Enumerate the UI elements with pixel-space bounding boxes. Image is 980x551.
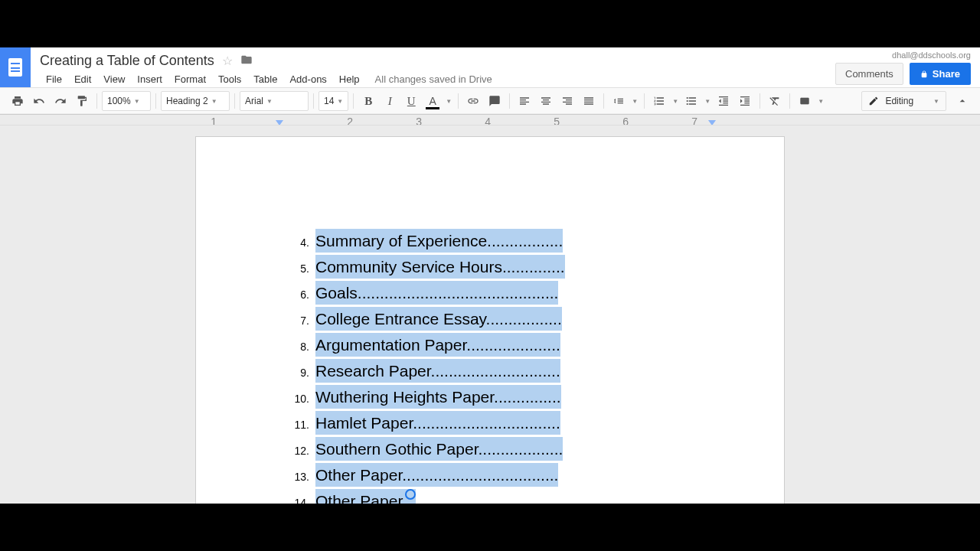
decrease-indent-icon[interactable]: [714, 91, 733, 111]
header-right: dhall@ddschools.org Comments Share: [835, 47, 980, 85]
undo-icon[interactable]: [29, 91, 49, 111]
numbered-list-icon[interactable]: [649, 91, 669, 111]
underline-button[interactable]: U: [401, 91, 421, 111]
toc-item[interactable]: 11.Hamlet Paper.........................…: [288, 411, 692, 437]
toc-item-tail: ................................: [416, 489, 559, 504]
separator: [96, 93, 97, 109]
align-center-icon[interactable]: [536, 91, 556, 111]
input-tools-caret[interactable]: ▼: [816, 91, 825, 111]
account-email[interactable]: dhall@ddschools.org: [892, 51, 971, 60]
toc-item-text: College Entrance Essay.................: [315, 307, 562, 331]
toc-item[interactable]: 13.Other Paper..........................…: [288, 463, 692, 489]
style-select[interactable]: Heading 2▼: [161, 91, 230, 111]
italic-button[interactable]: I: [380, 91, 400, 111]
toc-item[interactable]: 10.Wuthering Heights Paper..............…: [288, 385, 692, 411]
zoom-select[interactable]: 100%▼: [102, 91, 151, 111]
menu-help[interactable]: Help: [333, 73, 366, 85]
bulleted-list-caret[interactable]: ▼: [703, 91, 712, 111]
toc-item-number: 6.: [288, 283, 309, 307]
separator: [760, 93, 760, 109]
toc-item[interactable]: 6.Goals.................................…: [288, 281, 692, 307]
document-title[interactable]: Creating a Table of Contents: [40, 53, 214, 69]
separator: [313, 93, 314, 109]
separator: [458, 93, 459, 109]
separator: [155, 93, 156, 109]
header: Creating a Table of Contents ☆ File Edit…: [0, 47, 980, 87]
input-tools-icon[interactable]: [795, 91, 815, 111]
editing-mode-select[interactable]: Editing ▼: [861, 91, 946, 111]
toc-item-number: 9.: [288, 361, 309, 385]
star-icon[interactable]: ☆: [222, 54, 233, 68]
toolbar-right: Editing ▼: [861, 91, 972, 111]
toc-item-text: Other Paper.............................…: [315, 463, 558, 487]
toolbar: 100%▼ Heading 2▼ Arial▼ 14▼ B I U A ▼ ▼ …: [0, 87, 980, 115]
collapse-toolbar-icon[interactable]: [952, 91, 972, 111]
line-spacing-icon[interactable]: [609, 91, 629, 111]
menu-insert[interactable]: Insert: [131, 73, 168, 85]
separator: [234, 93, 235, 109]
toc-item-text: Summary of Experience.................: [315, 229, 563, 253]
toc-item-text: Hamlet Paper............................…: [315, 411, 560, 435]
lock-icon: [920, 70, 928, 78]
comments-button[interactable]: Comments: [835, 63, 903, 85]
menu-tools[interactable]: Tools: [212, 73, 247, 85]
bulleted-list-icon[interactable]: [681, 91, 701, 111]
paint-format-icon[interactable]: [72, 91, 92, 111]
toc-item[interactable]: 7.College Entrance Essay................…: [288, 307, 692, 333]
toc-list[interactable]: 4.Summary of Experience.................…: [288, 229, 692, 504]
menu-view[interactable]: View: [97, 73, 131, 85]
clear-formatting-icon[interactable]: [765, 91, 785, 111]
toc-item-text: Community Service Hours..............: [315, 255, 565, 279]
share-button[interactable]: Share: [910, 63, 971, 85]
letterbox-bottom: [0, 504, 980, 551]
docs-logo[interactable]: [0, 47, 31, 87]
pencil-icon: [868, 96, 879, 106]
numbered-list-caret[interactable]: ▼: [671, 91, 680, 111]
separator: [603, 93, 604, 109]
text-color-caret[interactable]: ▼: [444, 91, 453, 111]
fontsize-select[interactable]: 14▼: [318, 91, 348, 111]
toc-item[interactable]: 12.Southern Gothic Paper................…: [288, 437, 692, 463]
toc-item-number: 13.: [288, 465, 309, 489]
document-canvas[interactable]: 4.Summary of Experience.................…: [0, 126, 980, 504]
bold-button[interactable]: B: [358, 91, 378, 111]
menu-addons[interactable]: Add-ons: [283, 73, 332, 85]
redo-icon[interactable]: [51, 91, 70, 111]
move-to-folder-icon[interactable]: [240, 54, 253, 68]
letterbox-top: [0, 0, 980, 47]
svg-rect-0: [801, 98, 809, 104]
toc-item-text: Research Paper..........................…: [315, 359, 560, 383]
menu-file[interactable]: File: [40, 73, 68, 85]
toc-item[interactable]: 5.Community Service Hours..............: [288, 255, 692, 281]
toc-item-text: Argumentation Paper.....................: [315, 333, 560, 357]
menu-bar: File Edit View Insert Format Tools Table…: [40, 70, 835, 87]
share-label: Share: [933, 68, 960, 80]
toc-item[interactable]: 9.Research Paper........................…: [288, 359, 692, 385]
toc-item-number: 4.: [288, 231, 309, 255]
toc-item[interactable]: 4.Summary of Experience.................: [288, 229, 692, 255]
print-icon[interactable]: [8, 91, 28, 111]
separator: [353, 93, 354, 109]
align-left-icon[interactable]: [514, 91, 534, 111]
font-select[interactable]: Arial▼: [240, 91, 309, 111]
toc-item-number: 11.: [288, 413, 309, 437]
line-spacing-caret[interactable]: ▼: [630, 91, 639, 111]
menu-format[interactable]: Format: [168, 73, 212, 85]
separator: [509, 93, 510, 109]
toc-item-text: Wuthering Heights Paper...............: [315, 385, 561, 409]
google-docs-app: Creating a Table of Contents ☆ File Edit…: [0, 47, 980, 504]
menu-table[interactable]: Table: [247, 73, 283, 85]
toc-item[interactable]: 8.Argumentation Paper...................…: [288, 333, 692, 359]
align-justify-icon[interactable]: [579, 91, 599, 111]
menu-edit[interactable]: Edit: [68, 73, 97, 85]
increase-indent-icon[interactable]: [735, 91, 755, 111]
document-page[interactable]: 4.Summary of Experience.................…: [195, 136, 785, 504]
link-icon[interactable]: [463, 91, 483, 111]
text-color-button[interactable]: A: [423, 91, 443, 111]
separator: [789, 93, 790, 109]
toc-item-text: Other Paper...: [315, 489, 416, 504]
align-right-icon[interactable]: [557, 91, 577, 111]
comment-icon[interactable]: [485, 91, 505, 111]
ruler[interactable]: 1 2 3 4 5 6 7: [0, 115, 980, 126]
toc-item[interactable]: 14.Other Paper..........................…: [288, 489, 692, 504]
